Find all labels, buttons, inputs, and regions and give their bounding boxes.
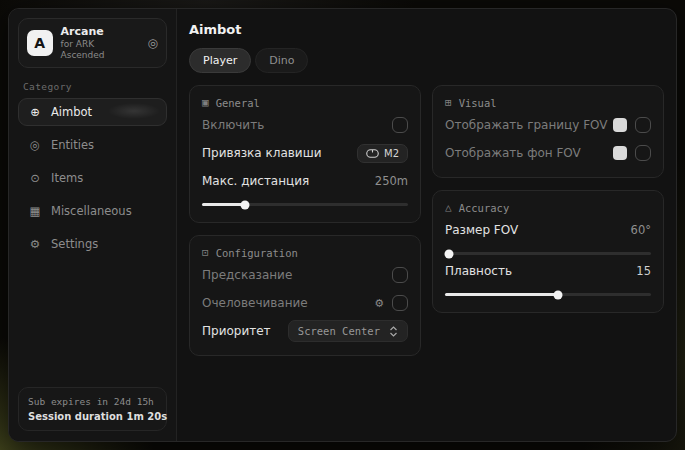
fov-size-value: 60° — [631, 223, 651, 237]
card-configuration-title: Configuration — [216, 247, 298, 259]
humanize-row: Очеловечивание ⚙ — [202, 291, 408, 315]
fov-bg-label: Отображать фон FOV — [445, 146, 581, 160]
card-general: ▣ General Включить Привязка клавиши M2 — [189, 85, 421, 223]
tab-bar: Player Dino — [189, 48, 664, 73]
session-duration-text: Session duration 1m 20s — [28, 411, 157, 422]
grid-icon: ▦ — [28, 204, 42, 218]
max-distance-slider[interactable] — [202, 203, 408, 206]
fov-bg-color-swatch[interactable] — [613, 146, 627, 160]
sidebar-item-label: Entities — [51, 138, 94, 152]
smoothness-value: 15 — [636, 264, 651, 278]
humanize-label: Очеловечивание — [202, 296, 308, 310]
prediction-row: Предсказание — [202, 263, 408, 287]
items-icon: ⊙ — [28, 171, 42, 185]
general-icon: ▣ — [202, 96, 209, 109]
smoothness-row: Плавность 15 — [445, 259, 651, 283]
card-accuracy-header: △ Accuracy — [445, 201, 651, 214]
card-visual-header: ⊞ Visual — [445, 96, 651, 109]
priority-row: Приоритет Screen Center — [202, 319, 408, 343]
smoothness-label: Плавность — [445, 264, 512, 278]
card-visual-title: Visual — [459, 97, 497, 109]
brand-card: A Arcane for ARK Ascended ◎ — [18, 18, 167, 68]
left-column: ▣ General Включить Привязка клавиши M2 — [189, 85, 421, 356]
card-general-title: General — [216, 97, 260, 109]
enable-label: Включить — [202, 118, 264, 132]
configuration-icon: ⊡ — [202, 246, 209, 259]
card-visual: ⊞ Visual Отображать границу FOV Отобража… — [432, 85, 664, 178]
card-configuration-header: ⊡ Configuration — [202, 246, 408, 259]
right-column: ⊞ Visual Отображать границу FOV Отобража… — [432, 85, 664, 313]
enable-row: Включить — [202, 113, 408, 137]
card-general-header: ▣ General — [202, 96, 408, 109]
priority-dropdown[interactable]: Screen Center — [288, 320, 408, 342]
fov-border-controls — [613, 117, 651, 133]
humanize-settings-icon[interactable]: ⚙ — [374, 297, 384, 310]
max-distance-value: 250m — [375, 174, 408, 188]
card-accuracy-title: Accuracy — [459, 202, 510, 214]
slider-fill — [202, 203, 245, 206]
slider-thumb[interactable] — [554, 290, 563, 299]
card-configuration: ⊡ Configuration Предсказание Очеловечива… — [189, 235, 421, 356]
fov-size-label: Размер FOV — [445, 223, 518, 237]
chevron-up-down-icon — [389, 326, 398, 337]
max-distance-label: Макс. дистанция — [202, 174, 309, 188]
slider-thumb[interactable] — [445, 249, 454, 258]
enable-checkbox[interactable] — [392, 117, 408, 133]
visual-icon: ⊞ — [445, 96, 452, 109]
sidebar-item-label: Aimbot — [51, 105, 92, 119]
priority-label: Приоритет — [202, 324, 271, 338]
sub-expires-text: Sub expires in 24d 15h — [28, 396, 157, 407]
crosshair-icon: ⊕ — [28, 105, 42, 119]
cards-grid: ▣ General Включить Привязка клавиши M2 — [189, 85, 664, 356]
sidebar-nav: ⊕ Aimbot ◎ Entities ⊙ Items ▦ Miscellane… — [18, 98, 167, 258]
fov-border-row: Отображать границу FOV — [445, 113, 651, 137]
fov-border-color-swatch[interactable] — [613, 118, 627, 132]
fov-size-row: Размер FOV 60° — [445, 218, 651, 242]
sidebar-item-entities[interactable]: ◎ Entities — [18, 131, 167, 159]
smoothness-slider[interactable] — [445, 293, 651, 296]
card-accuracy: △ Accuracy Размер FOV 60° Плавность 15 — [432, 190, 664, 313]
target-icon[interactable]: ◎ — [148, 36, 158, 50]
gear-icon: ⚙ — [28, 237, 42, 251]
fov-bg-checkbox[interactable] — [635, 145, 651, 161]
app-window: A Arcane for ARK Ascended ◎ Category ⊕ A… — [8, 8, 677, 442]
brand-subtitle: for ARK Ascended — [61, 39, 140, 62]
mouse-icon — [366, 149, 379, 158]
sidebar-item-aimbot[interactable]: ⊕ Aimbot — [18, 98, 167, 126]
sidebar-item-miscellaneous[interactable]: ▦ Miscellaneous — [18, 197, 167, 225]
page-title: Aimbot — [189, 22, 664, 37]
slider-thumb[interactable] — [241, 200, 250, 209]
keybind-button[interactable]: M2 — [357, 144, 408, 163]
keybind-value: M2 — [384, 148, 399, 159]
tab-player[interactable]: Player — [189, 48, 251, 73]
fov-border-label: Отображать границу FOV — [445, 118, 608, 132]
fov-size-slider[interactable] — [445, 252, 651, 255]
main-content: Aimbot Player Dino ▣ General Включить — [177, 9, 676, 441]
prediction-checkbox[interactable] — [392, 267, 408, 283]
slider-fill — [445, 293, 558, 296]
keybind-label: Привязка клавиши — [202, 146, 321, 160]
fov-border-checkbox[interactable] — [635, 117, 651, 133]
fov-bg-controls — [613, 145, 651, 161]
sidebar-item-items[interactable]: ⊙ Items — [18, 164, 167, 192]
session-card: Sub expires in 24d 15h Session duration … — [18, 387, 167, 431]
sidebar-item-label: Settings — [51, 237, 98, 251]
sidebar-item-label: Miscellaneous — [51, 204, 132, 218]
entities-icon: ◎ — [28, 138, 42, 152]
sidebar-item-settings[interactable]: ⚙ Settings — [18, 230, 167, 258]
max-distance-row: Макс. дистанция 250m — [202, 169, 408, 193]
accuracy-icon: △ — [445, 201, 452, 214]
brand-title: Arcane — [61, 25, 140, 39]
fov-bg-row: Отображать фон FOV — [445, 141, 651, 165]
sidebar-item-label: Items — [51, 171, 83, 185]
brand-logo: A — [27, 30, 53, 56]
category-label: Category — [23, 81, 162, 92]
brand-text: Arcane for ARK Ascended — [61, 25, 140, 61]
sidebar: A Arcane for ARK Ascended ◎ Category ⊕ A… — [9, 9, 177, 441]
keybind-row: Привязка клавиши M2 — [202, 141, 408, 165]
priority-value: Screen Center — [298, 325, 380, 337]
humanize-checkbox[interactable] — [392, 295, 408, 311]
humanize-controls: ⚙ — [374, 295, 408, 311]
game-overlay-background: { "sidebar": { "brand": { "logo_letter":… — [0, 0, 685, 450]
tab-dino[interactable]: Dino — [255, 48, 308, 73]
